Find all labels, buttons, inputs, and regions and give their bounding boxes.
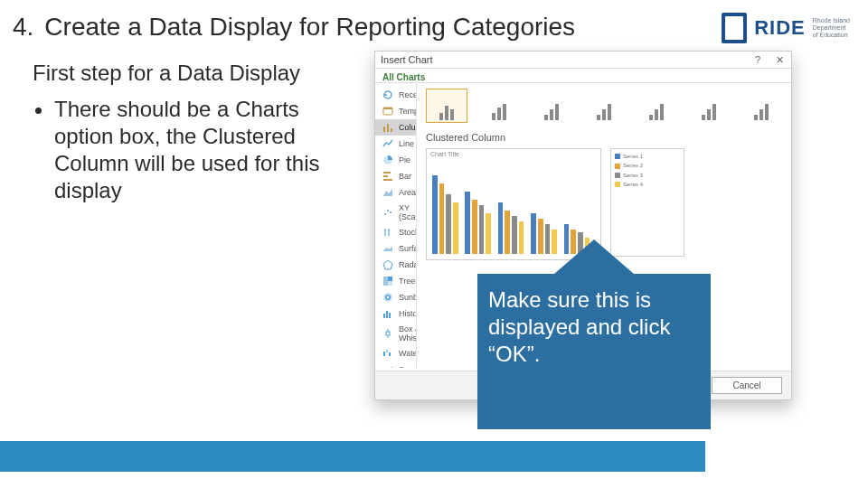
nav-item-combo[interactable]: Combo [375,361,416,368]
ride-logo-subtitle: Rhode Island Department of Education [813,17,850,38]
nav-item-pie[interactable]: Pie [375,152,416,168]
svg-rect-4 [391,128,392,132]
nav-item-bar[interactable]: Bar [375,168,416,184]
svg-rect-2 [383,127,385,132]
svg-point-10 [387,210,389,211]
nav-item-histogram[interactable]: Histogram [375,305,416,322]
line-icon [382,138,393,149]
close-icon[interactable]: ✕ [773,53,786,66]
svg-rect-14 [388,277,392,281]
nav-item-stock[interactable]: Stock [375,224,416,240]
column-icon [382,122,393,133]
nav-item-label: Sunburst [399,293,417,302]
xy-scatter--icon [382,207,393,218]
svg-rect-26 [386,350,388,352]
preview-bar [486,213,491,254]
preview-bar [512,216,517,254]
preview-bar [545,224,551,254]
column-subtype-2[interactable] [531,89,572,123]
nav-item-waterfall[interactable]: Waterfall [375,345,416,361]
preview-bar [505,211,510,254]
callout-text: Make sure this is displayed and click “O… [488,287,670,366]
svg-rect-20 [386,311,388,318]
svg-rect-8 [383,179,392,181]
nav-item-label: Area [399,188,416,197]
nav-item-area[interactable]: Area [375,184,416,201]
preview-bar [472,200,477,254]
nav-item-column[interactable]: Column [375,119,416,136]
svg-rect-27 [389,352,391,356]
chart-type-nav: RecentTemplatesColumnLinePieBarAreaXY (S… [375,83,417,368]
svg-marker-12 [383,260,392,269]
preview-bar [479,205,485,254]
column-subtype-6[interactable] [741,89,782,123]
nav-item-sunburst[interactable]: Sunburst [375,289,416,305]
svg-point-18 [387,296,390,299]
svg-rect-19 [383,314,385,318]
nav-item-label: Column [399,123,417,132]
treemap-icon [382,276,393,286]
preview-bar [519,221,524,254]
help-icon[interactable]: ? [751,53,764,66]
instruction-bullet: There should be a Charts option box, the… [54,96,358,204]
column-subtype-0[interactable] [426,89,467,123]
nav-item-box-whisker[interactable]: Box & Whisker [375,322,416,345]
svg-rect-1 [383,108,392,109]
nav-item-label: Surface [399,244,417,253]
nav-item-line[interactable]: Line [375,136,416,152]
bar-icon [382,171,393,182]
column-subtype-1[interactable] [478,89,520,123]
column-subtype-3[interactable] [583,89,625,123]
sunburst-icon [382,292,393,303]
preview-bar [531,213,536,254]
callout-box: Make sure this is displayed and click “O… [477,274,711,429]
pie-icon [382,155,393,165]
legend-item: Series 4 [615,181,680,188]
combo-icon [382,364,393,368]
preview-bar [465,192,470,254]
legend-item: Series 2 [615,162,680,169]
nav-item-treemap[interactable]: Treemap [375,273,416,289]
recent-icon [382,89,393,100]
legend-item: Series 1 [615,153,680,160]
surface-icon [382,243,393,254]
svg-rect-6 [383,172,391,174]
nav-item-templates[interactable]: Templates [375,103,416,119]
nav-item-xy-scatter-[interactable]: XY (Scatter) [375,201,416,224]
preview-bar [446,194,451,254]
nav-item-radar[interactable]: Radar [375,257,416,273]
preview-bar [453,202,458,254]
histogram-icon [382,308,393,319]
nav-item-label: Line [399,139,414,148]
box-whisker-icon [382,328,393,339]
svg-rect-3 [387,124,389,132]
instruction-text: First step for a Data Display There shou… [33,51,358,400]
nav-item-surface[interactable]: Surface [375,240,416,257]
svg-rect-25 [383,352,385,356]
instruction-heading: First step for a Data Display [33,60,358,87]
svg-rect-7 [383,175,388,177]
column-subtype-5[interactable] [688,89,730,123]
preview-bar [439,183,445,254]
svg-rect-15 [388,281,392,286]
title-text: Create a Data Display for Reporting Cate… [44,13,575,42]
column-subtype-4[interactable] [636,89,677,123]
preview-bar [498,202,504,254]
radar-icon [382,259,393,270]
nav-item-label: Combo [399,365,417,368]
nav-item-label: Stock [399,228,417,237]
nav-item-label: Treemap [399,277,417,286]
nav-item-label: XY (Scatter) [399,203,417,221]
chart-preview-label: Chart Title [430,151,459,157]
templates-icon [382,106,393,117]
dialog-titlebar: Insert Chart ? ✕ [375,52,791,69]
preview-bar [538,219,543,254]
nav-item-label: Box & Whisker [399,324,417,343]
nav-item-recent[interactable]: Recent [375,87,416,103]
svg-rect-22 [386,332,390,335]
dialog-tab-all-charts[interactable]: All Charts [375,69,791,83]
area-icon [382,187,393,198]
stock-icon [382,227,393,238]
cancel-button[interactable]: Cancel [712,377,782,394]
nav-item-label: Templates [399,107,417,116]
